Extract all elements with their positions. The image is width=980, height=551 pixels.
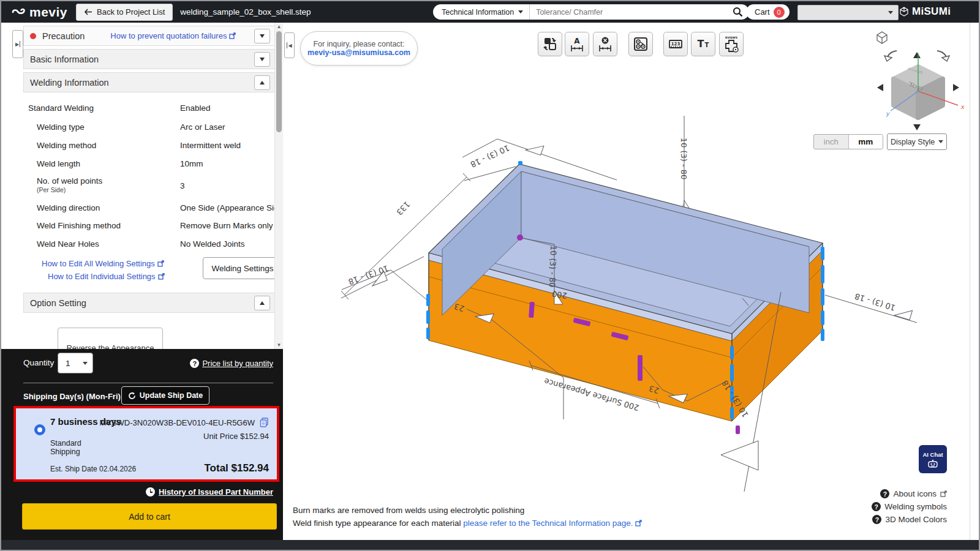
row-value: 10mm	[180, 159, 203, 168]
row-value: Arc or Laser	[180, 122, 225, 132]
history-row: History of Issued Part Number	[146, 487, 273, 497]
rotate-right-arrow[interactable]	[937, 51, 949, 61]
welding-row: No. of weld points (Per Side) 3	[37, 176, 102, 193]
reverse-appearance-button[interactable]: Reverse the Appearance	[58, 328, 163, 349]
dimension-remove-button[interactable]	[593, 32, 617, 56]
reverse-appearance-label: Reverse the Appearance	[66, 343, 154, 349]
welding-symbols-link[interactable]: Welding symbols	[884, 502, 947, 511]
ruler-123-icon: 123	[668, 36, 684, 52]
option-setting-collapse-button[interactable]	[254, 296, 270, 310]
back-arrow-icon	[84, 9, 92, 15]
text-size-button[interactable]: T T	[691, 32, 715, 56]
welding-row: Welding direction One Side (Appearance S…	[37, 203, 100, 212]
rotate-left-arrow[interactable]	[884, 51, 897, 61]
canvas-collapse-handle[interactable]: ◀	[284, 32, 295, 58]
sidebar-scrollbar[interactable]: ▲ ▼	[274, 23, 283, 349]
question-icon: ?	[190, 359, 199, 368]
model-colors-row: ? 3D Model Colors	[872, 515, 947, 524]
settings-sidebar: ▶ Precaution How to prevent quotation fa…	[1, 23, 283, 349]
swap-view-button[interactable]	[538, 32, 562, 56]
weld-callout: 10 (3) - 18	[347, 263, 390, 287]
precaution-title: Precaution	[42, 31, 85, 41]
search-icon[interactable]	[733, 7, 743, 17]
back-to-project-list-button[interactable]: Back to Project List	[76, 4, 173, 21]
chevron-down-icon	[260, 58, 265, 61]
display-style-dropdown[interactable]: Display Style	[887, 133, 947, 150]
svg-text:A: A	[574, 37, 580, 45]
shipping-option-highlighted[interactable]: 7 business days MVSWD-3N020W3B-DEV010-4E…	[13, 406, 279, 482]
edit-individual-settings-link[interactable]: How to Edit Individual Settings	[48, 272, 165, 281]
shipping-days-label: Shipping Day(s) (Mon-Fri)	[23, 392, 121, 401]
measure-button[interactable]: 123	[663, 32, 688, 56]
dimension-label-button[interactable]: A	[565, 32, 589, 56]
copy-icon[interactable]	[260, 418, 269, 427]
update-ship-date-label: Update Ship Date	[140, 391, 203, 400]
scroll-up-arrow[interactable]: ▲	[275, 23, 283, 31]
cart-count-badge: 0	[774, 7, 785, 18]
edit-individual-settings-label: How to Edit Individual Settings	[48, 272, 156, 281]
3d-model-colors-link[interactable]: 3D Model Colors	[885, 515, 947, 524]
precaution-collapse-button[interactable]	[254, 29, 270, 43]
weld-finish-note: Weld finish type appearance for each mat…	[293, 517, 642, 530]
divider	[23, 383, 273, 383]
tilt-up-arrow[interactable]	[913, 52, 921, 58]
isometric-view-icon[interactable]	[877, 32, 887, 43]
misumi-logo: MiSUMi	[899, 6, 951, 18]
section-basic-information[interactable]: Basic Information	[23, 49, 276, 69]
meviy-logo-text: meviy	[29, 5, 67, 20]
account-dropdown[interactable]	[797, 5, 899, 20]
edit-all-welding-settings-link[interactable]: How to Edit All Welding Settings	[42, 259, 164, 268]
basic-information-title: Basic Information	[30, 54, 99, 64]
rotate-left-step-arrow[interactable]	[877, 84, 883, 91]
sidebar-collapse-handle[interactable]: ▶	[12, 30, 23, 58]
external-link-icon	[635, 520, 642, 527]
add-to-cart-button[interactable]: Add to cart	[22, 503, 277, 530]
weld-callout: 10 (3) - 18	[469, 143, 511, 170]
canvas-notes: Burn marks are removed from welds using …	[293, 504, 642, 530]
history-of-issued-part-number-link[interactable]: History of Issued Part Number	[159, 487, 273, 497]
chevron-up-icon	[260, 81, 265, 84]
weld-finish-note-text: Weld finish type appearance for each mat…	[293, 519, 463, 528]
six-views-button[interactable]: 6VIEWS	[719, 32, 744, 56]
section-welding-information[interactable]: Welding Information	[23, 72, 276, 92]
row-label: Welding direction	[37, 203, 100, 212]
technical-information-page-link[interactable]: please refer to the Technical Informatio…	[463, 519, 633, 528]
row-label: Standard Welding	[28, 103, 94, 113]
welding-row: Welding type Arc or Laser	[37, 122, 85, 132]
cart-button[interactable]: Cart 0	[746, 4, 790, 20]
meviy-logo-icon	[11, 7, 27, 18]
about-icons-link[interactable]: About icons	[893, 489, 937, 498]
welding-information-collapse-button[interactable]	[254, 75, 270, 90]
question-icon: ?	[880, 489, 889, 498]
quantity-select[interactable]: 1	[58, 353, 93, 373]
prevent-quotation-failures-link[interactable]: How to prevent quotation failures	[110, 31, 236, 40]
row-value: No Welded Joints	[180, 239, 245, 249]
basic-information-collapse-button[interactable]	[254, 52, 270, 67]
contact-text: For inquiry, please contact:	[313, 40, 404, 48]
search-input[interactable]	[535, 7, 733, 17]
update-ship-date-button[interactable]: Update Ship Date	[121, 386, 209, 405]
row-label: Welding type	[37, 122, 85, 132]
swap-view-icon	[542, 36, 558, 52]
total-price: Total $152.94	[204, 462, 269, 474]
weld-callout: 10 (3) - 80	[679, 138, 688, 180]
rotate-right-step-arrow[interactable]	[953, 84, 959, 91]
welding-settings-button[interactable]: Welding Settings	[203, 257, 282, 279]
hole-info-button[interactable]	[628, 32, 653, 56]
dimension-remove-icon	[597, 36, 613, 52]
search-category-dropdown[interactable]: Technical Information	[433, 4, 530, 20]
welding-row: Weld Finishing method Remove Burn Marks …	[37, 221, 121, 230]
scroll-down-arrow[interactable]: ▼	[275, 341, 283, 349]
unit-inch-option[interactable]: inch	[814, 135, 848, 149]
section-option-setting[interactable]: Option Setting	[23, 293, 276, 313]
price-list-by-quantity-link[interactable]: Price list by quantity	[202, 359, 273, 368]
unit-mm-option[interactable]: mm	[848, 135, 883, 149]
tilt-down-arrow[interactable]	[913, 124, 921, 130]
scrollbar-thumb[interactable]	[276, 31, 282, 132]
contact-email-link[interactable]: meviy-usa@misumiusa.com	[307, 48, 410, 57]
search-box	[530, 4, 749, 20]
welding-settings-label: Welding Settings	[211, 264, 273, 273]
ai-chat-button[interactable]: AI Chat	[919, 445, 947, 473]
shipping-option-radio[interactable]	[34, 424, 45, 435]
section-precaution[interactable]: Precaution How to prevent quotation fail…	[23, 26, 276, 46]
